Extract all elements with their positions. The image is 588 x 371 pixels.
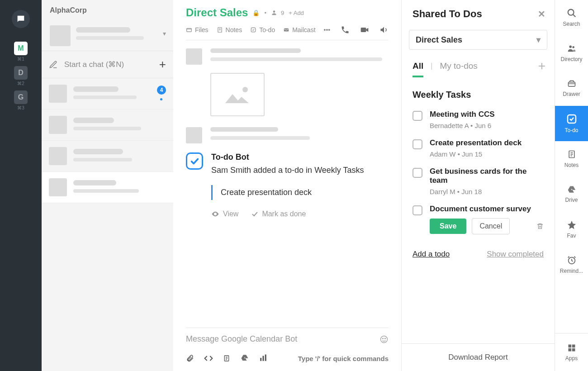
right-rail-search[interactable]: Search bbox=[555, 0, 588, 35]
unread-badge: 4 bbox=[157, 86, 166, 95]
profile-lines bbox=[76, 25, 157, 40]
members-icon: 9 bbox=[271, 10, 284, 16]
right-rail-apps[interactable]: Apps bbox=[555, 333, 588, 371]
avatar bbox=[49, 85, 67, 103]
members-count: 9 bbox=[281, 10, 284, 16]
video-icon[interactable] bbox=[360, 25, 370, 34]
svg-rect-7 bbox=[361, 28, 366, 32]
workspace-d[interactable]: D ⌘2 bbox=[14, 66, 28, 86]
call-icon[interactable] bbox=[341, 25, 350, 34]
avatar bbox=[49, 116, 67, 134]
svg-point-0 bbox=[273, 10, 275, 13]
emoji-icon[interactable] bbox=[379, 335, 389, 344]
filter-all-tab[interactable]: All bbox=[413, 61, 423, 77]
todo-item[interactable]: Create presentation deck Adam W • Jun 15 bbox=[402, 134, 555, 162]
chevron-down-icon[interactable]: ▾ bbox=[163, 30, 166, 37]
add-todo-icon[interactable]: + bbox=[538, 59, 545, 80]
trash-icon[interactable] bbox=[536, 222, 544, 230]
cancel-button[interactable]: Cancel bbox=[472, 218, 510, 234]
compose-area: Message Google Calendar Bot Type '/' for… bbox=[186, 328, 389, 371]
checkbox[interactable] bbox=[413, 168, 422, 178]
chat-item[interactable] bbox=[42, 141, 173, 172]
svg-line-23 bbox=[573, 14, 575, 17]
plus-icon[interactable]: + bbox=[159, 57, 166, 71]
todo-item[interactable]: Meeting with CCS Bernadette A • Jun 6 bbox=[402, 105, 555, 134]
lock-icon: 🔒 bbox=[252, 10, 260, 16]
volume-icon[interactable] bbox=[379, 25, 389, 34]
save-button[interactable]: Save bbox=[430, 219, 466, 234]
drive-icon bbox=[567, 185, 577, 194]
message-list: To-do Bot Sam Smith added a to-do in Wee… bbox=[173, 40, 401, 328]
chat-item[interactable] bbox=[42, 109, 173, 141]
notes-icon bbox=[567, 149, 576, 159]
workspace-m[interactable]: M ⌘1 bbox=[14, 42, 28, 62]
right-rail-drive[interactable]: Drive bbox=[555, 176, 588, 212]
show-completed-link[interactable]: Show completed bbox=[487, 250, 544, 259]
todo-title: Get business cards for the team bbox=[430, 167, 544, 185]
todo-item[interactable]: Get business cards for the team Darryl M… bbox=[402, 162, 555, 200]
svg-rect-26 bbox=[568, 82, 575, 86]
checkbox[interactable] bbox=[413, 205, 422, 215]
tab-mailcast[interactable]: Mailcast bbox=[283, 26, 315, 33]
workspace-g[interactable]: G ⌘3 bbox=[14, 90, 28, 110]
add-todo-link[interactable]: Add a todo bbox=[413, 250, 450, 259]
todo-title: Document customer survey bbox=[430, 205, 544, 214]
right-rail-todo[interactable]: To-do bbox=[555, 106, 588, 141]
right-rail-directory[interactable]: Directory bbox=[555, 35, 588, 71]
download-report-button[interactable]: Download Report bbox=[402, 343, 555, 371]
right-rail-notes[interactable]: Notes bbox=[555, 141, 588, 176]
right-rail-fav[interactable]: Fav bbox=[555, 212, 588, 247]
checkbox[interactable] bbox=[413, 139, 422, 149]
svg-rect-17 bbox=[260, 358, 261, 361]
svg-rect-33 bbox=[568, 344, 571, 347]
channel-select[interactable]: Direct Sales ▾ bbox=[409, 30, 547, 50]
compose-hint: Type '/' for quick commands bbox=[298, 355, 389, 362]
file-icon[interactable] bbox=[223, 354, 230, 363]
code-icon[interactable] bbox=[204, 354, 213, 363]
mark-done-action[interactable]: Mark as done bbox=[251, 210, 306, 218]
message-skeleton bbox=[186, 48, 389, 65]
svg-rect-1 bbox=[187, 29, 192, 32]
todo-title: Meeting with CCS bbox=[430, 110, 495, 119]
todo-meta: Darryl M • Jun 18 bbox=[430, 188, 544, 195]
add-members-link[interactable]: + Add bbox=[289, 10, 304, 16]
drive-icon[interactable] bbox=[240, 354, 249, 363]
svg-point-22 bbox=[568, 10, 574, 15]
sidebar-profile[interactable]: ▾ bbox=[42, 19, 173, 51]
svg-point-24 bbox=[569, 46, 572, 48]
right-rail-reminders[interactable]: Remind... bbox=[555, 247, 588, 282]
status-dot bbox=[160, 98, 162, 100]
sidebar: AlphaCorp ▾ Start a chat (⌘N) + 4 bbox=[42, 0, 173, 371]
channel-header: Direct Sales 🔒 • 9 + Add Files bbox=[173, 0, 401, 40]
right-rail-drawer[interactable]: Drawer bbox=[555, 71, 588, 106]
view-action[interactable]: View bbox=[211, 210, 238, 218]
channel-select-value: Direct Sales bbox=[416, 35, 462, 45]
todo-quote: Create presentation deck bbox=[211, 185, 389, 200]
channel-title: Direct Sales bbox=[186, 6, 248, 19]
start-chat-row[interactable]: Start a chat (⌘N) + bbox=[42, 51, 173, 78]
chat-item[interactable]: 4 bbox=[42, 78, 173, 109]
checkbox[interactable] bbox=[413, 111, 422, 121]
tab-files[interactable]: Files bbox=[186, 26, 209, 33]
avatar bbox=[49, 147, 67, 165]
chat-item-active[interactable] bbox=[42, 172, 173, 203]
attach-icon[interactable] bbox=[186, 354, 194, 363]
message-skeleton bbox=[186, 127, 389, 143]
tab-todo[interactable]: To-do bbox=[250, 26, 275, 33]
poll-icon[interactable] bbox=[259, 354, 267, 363]
workspace-letter: D bbox=[14, 66, 28, 80]
todo-item-editing[interactable]: Document customer survey Save Cancel bbox=[402, 200, 555, 239]
drawer-icon bbox=[567, 79, 577, 88]
app-root: M ⌘1 D ⌘2 G ⌘3 AlphaCorp ▾ Start a bbox=[0, 0, 588, 371]
close-icon[interactable]: ✕ bbox=[538, 9, 545, 19]
tab-notes[interactable]: Notes bbox=[217, 26, 242, 33]
main-column: Direct Sales 🔒 • 9 + Add Files bbox=[173, 0, 402, 371]
compose-placeholder[interactable]: Message Google Calendar Bot bbox=[186, 334, 297, 344]
filter-my-tab[interactable]: My to-dos bbox=[440, 61, 477, 77]
avatar bbox=[50, 25, 71, 46]
svg-rect-18 bbox=[263, 356, 264, 361]
more-icon[interactable]: ••• bbox=[324, 26, 331, 33]
svg-rect-36 bbox=[572, 348, 575, 351]
todo-section-title: Weekly Tasks bbox=[402, 80, 555, 105]
todo-bot-message: To-do Bot Sam Smith added a to-do in Wee… bbox=[186, 152, 389, 227]
